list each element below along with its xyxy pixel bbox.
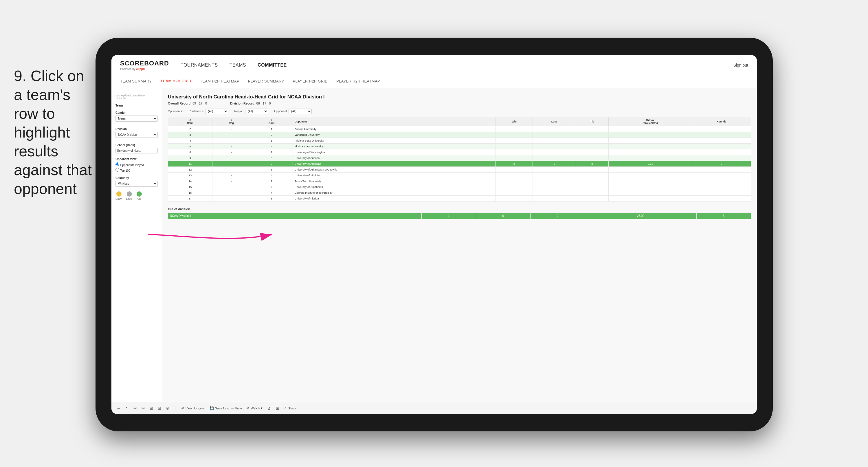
table-row[interactable]: 2-1Auburn University — [168, 126, 751, 132]
col-conf: #Conf — [250, 117, 292, 126]
grid-content: University of North Carolina Head-to-Hea… — [162, 88, 757, 402]
redo-icon[interactable]: ↻ — [125, 406, 129, 411]
cell-value — [496, 149, 533, 155]
cell-value: 2 — [250, 149, 292, 155]
table-row[interactable]: 15-2University of Oklahoma — [168, 184, 751, 190]
scissors-icon[interactable]: ✂ — [142, 406, 145, 411]
cell-value: 14 — [168, 178, 212, 184]
dot-down — [116, 192, 122, 197]
filter-conference-group: Conference (All) — [189, 109, 229, 114]
cell-value: 3 — [168, 132, 212, 138]
cell-value — [692, 132, 751, 138]
table-row[interactable]: 6-2Florida State University — [168, 144, 751, 149]
col-tie: Tie — [576, 117, 609, 126]
sidebar-last-updated: Last Updated: 27/03/2024 16:55:38 — [116, 94, 158, 100]
logo-area: SCOREBOARD Powered by clippd — [120, 60, 169, 71]
nav-committee[interactable]: COMMITTEE — [257, 62, 287, 68]
table-row[interactable]: 9-3University of Arizona — [168, 155, 751, 161]
monitor-icon[interactable]: 🖥 — [267, 406, 271, 411]
cell-value — [576, 196, 609, 202]
cell-value — [576, 178, 609, 184]
table-row[interactable]: 8-2University of Washington — [168, 149, 751, 155]
nav-tournaments[interactable]: TOURNAMENTS — [181, 62, 218, 68]
subnav-team-h2h-grid[interactable]: TEAM H2H GRID — [161, 79, 191, 84]
watch-btn[interactable]: 👁 Watch ▾ — [246, 406, 262, 410]
cell-value: 2 — [168, 126, 212, 132]
cell-value: 2 — [250, 132, 292, 138]
subnav-team-summary[interactable]: TEAM SUMMARY — [120, 79, 152, 84]
grid-icon[interactable]: ⊞ — [276, 406, 279, 411]
cell-value — [496, 132, 533, 138]
nav-links: TOURNAMENTS TEAMS COMMITTEE — [181, 62, 726, 68]
subnav-player-h2h-grid[interactable]: PLAYER H2H GRID — [292, 79, 328, 84]
out-div-row[interactable]: NCAA Division II10026.003 — [168, 213, 751, 219]
cell-value — [533, 132, 576, 138]
cell-value: 2.61 — [609, 161, 692, 167]
out-of-division: Out of division NCAA Division II10026.00… — [168, 207, 751, 219]
cell-value — [692, 190, 751, 196]
subnav-player-h2h-heatmap[interactable]: PLAYER H2H HEATMAP — [336, 79, 380, 84]
sidebar-gender-select[interactable]: Men's — [116, 116, 158, 122]
nav-teams[interactable]: TEAMS — [229, 62, 246, 68]
sidebar-team-label: Team — [116, 104, 158, 107]
table-row[interactable]: 4-1Arizona State University — [168, 138, 751, 144]
instruction-text: 9. Click on a team's row to highlight re… — [14, 66, 95, 198]
table-row[interactable]: 13-3University of Virginia — [168, 173, 751, 178]
filter-conference-select[interactable]: (All) — [205, 109, 228, 114]
subnav-player-summary[interactable]: PLAYER SUMMARY — [248, 79, 284, 84]
cell-opponent: University of Washington — [292, 149, 496, 155]
filter-opponent-select[interactable]: (All) — [288, 109, 312, 114]
table-row[interactable]: 11-5University of Alabama3002.618 — [168, 161, 751, 167]
sidebar-radio-top100[interactable]: Top 100 — [116, 168, 158, 172]
save-custom-view-btn[interactable]: 💾 Save Custom View — [210, 406, 242, 410]
cell-value: 13 — [168, 173, 212, 178]
cell-value — [496, 190, 533, 196]
sidebar-radio-group: Opponents Played Top 100 — [116, 163, 158, 172]
cell-value: 1 — [250, 178, 292, 184]
table-row[interactable]: 16-4Georgia Institute of Technology — [168, 190, 751, 196]
cell-value — [609, 132, 692, 138]
sidebar-colour-by-select[interactable]: Win/loss — [116, 181, 158, 187]
undo-icon[interactable]: ↩ — [117, 406, 121, 411]
cell-value — [576, 155, 609, 161]
sidebar-radio-opponents[interactable]: Opponents Played — [116, 163, 158, 167]
share-btn[interactable]: ↗ Share — [284, 406, 296, 410]
cell-value — [609, 149, 692, 155]
cell-value: 2 — [250, 144, 292, 149]
subnav-team-h2h-heatmap[interactable]: TEAM H2H HEATMAP — [200, 79, 239, 84]
paste-icon[interactable]: ⊡ — [158, 406, 161, 411]
cell-value — [692, 184, 751, 190]
col-reg: #Reg — [212, 117, 250, 126]
sidebar-division-label: Division — [116, 127, 158, 130]
cell-value: 6 — [168, 144, 212, 149]
col-win: Win — [496, 117, 533, 126]
cell-value: 3 — [250, 155, 292, 161]
view-original-btn[interactable]: 👁 View: Original — [181, 407, 205, 410]
col-rounds: Rounds — [692, 117, 751, 126]
cell-value: 0 — [576, 161, 609, 167]
sign-out-link[interactable]: Sign out — [734, 63, 748, 67]
cell-value: 15 — [168, 184, 212, 190]
cell-value: 8 — [692, 161, 751, 167]
cell-value: - — [212, 173, 250, 178]
cell-value: 4 — [250, 190, 292, 196]
cell-value — [609, 144, 692, 149]
cell-value — [576, 126, 609, 132]
cell-value: - — [212, 196, 250, 202]
cell-value: - — [212, 138, 250, 144]
table-row[interactable]: 12-6University of Arkansas, Fayetteville — [168, 167, 751, 173]
table-row[interactable]: 14-1Texas Tech University — [168, 178, 751, 184]
copy-icon[interactable]: ⊞ — [150, 406, 153, 411]
grid-title: University of North Carolina Head-to-Hea… — [168, 94, 751, 100]
filter-region-select[interactable]: (All) — [245, 109, 268, 114]
table-row[interactable]: 17-3University of Florida — [168, 196, 751, 202]
main-table: #Rank #Reg #Conf Opponent Win Loss Tie D… — [168, 117, 751, 202]
cell-value — [609, 196, 692, 202]
cell-value — [496, 178, 533, 184]
sidebar-division-select[interactable]: NCAA Division I — [116, 132, 158, 138]
clock-icon[interactable]: ⊙ — [166, 406, 169, 411]
share-icon: ↗ — [284, 406, 286, 410]
back-icon[interactable]: ↩ — [133, 406, 137, 411]
cell-opponent: Florida State University — [292, 144, 496, 149]
table-row[interactable]: 3-2Vanderbilt University — [168, 132, 751, 138]
